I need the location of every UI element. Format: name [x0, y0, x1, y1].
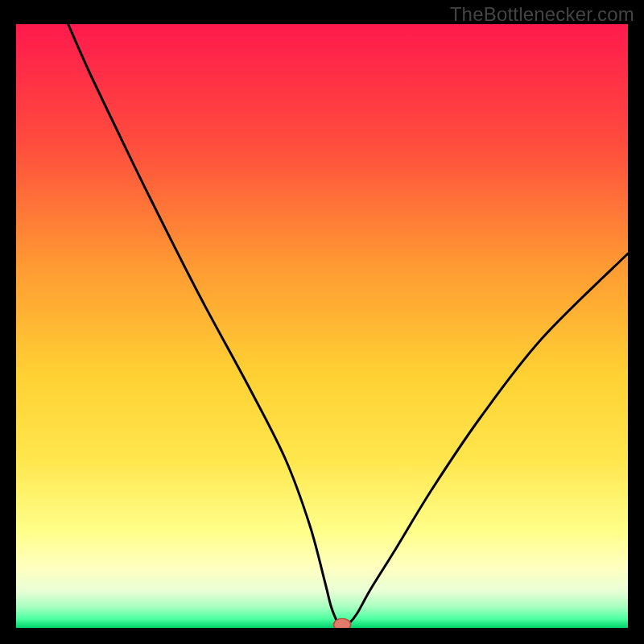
- watermark-text: TheBottlenecker.com: [450, 3, 634, 26]
- plot-svg: [16, 24, 628, 628]
- plot-area: [16, 24, 628, 628]
- selected-point-marker: [333, 618, 350, 628]
- gradient-background: [16, 24, 628, 628]
- chart-stage: TheBottlenecker.com: [0, 0, 644, 644]
